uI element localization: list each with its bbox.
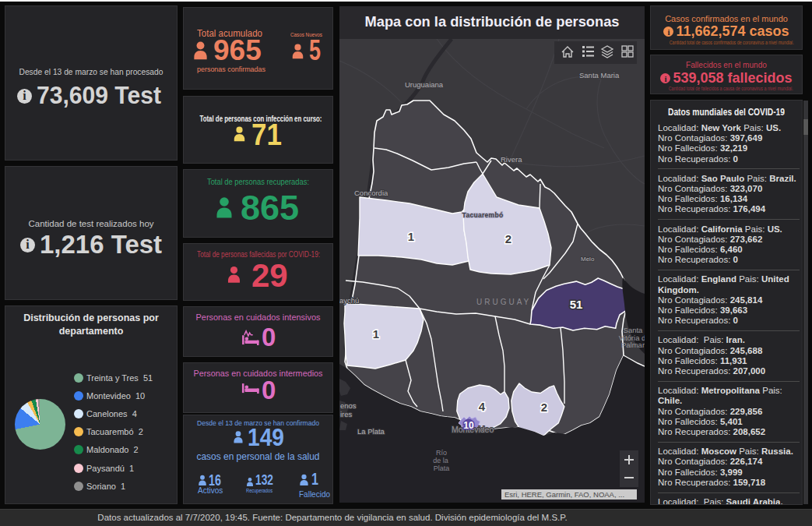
svg-text:Plata: Plata bbox=[434, 464, 450, 472]
svg-text:enos: enos bbox=[340, 401, 357, 410]
svg-text:Tacuarembó: Tacuarembó bbox=[462, 211, 504, 219]
svg-text:2: 2 bbox=[541, 401, 547, 414]
svg-text:de la: de la bbox=[433, 457, 448, 464]
svg-text:51: 51 bbox=[570, 298, 583, 311]
svg-text:Palmar: Palmar bbox=[621, 341, 645, 349]
svg-text:4: 4 bbox=[479, 400, 486, 413]
svg-text:2: 2 bbox=[505, 232, 511, 245]
svg-text:1: 1 bbox=[373, 327, 379, 341]
svg-text:1: 1 bbox=[408, 230, 414, 243]
svg-text:aychú: aychú bbox=[339, 296, 359, 305]
svg-text:Melo: Melo bbox=[581, 256, 595, 263]
svg-text:La Plata: La Plata bbox=[357, 427, 385, 436]
svg-text:ires: ires bbox=[340, 410, 353, 418]
svg-text:URUGUAY: URUGUAY bbox=[476, 298, 531, 306]
svg-text:10: 10 bbox=[463, 420, 474, 431]
svg-text:Santa Maria: Santa Maria bbox=[579, 71, 620, 79]
svg-text:Esri, HERE, Garmin, FAO, NOAA,: Esri, HERE, Garmin, FAO, NOAA, ... bbox=[504, 490, 624, 499]
svg-text:Río: Río bbox=[436, 449, 447, 457]
svg-text:Uruguaiana: Uruguaiana bbox=[405, 80, 444, 89]
svg-text:Rivera: Rivera bbox=[501, 155, 522, 164]
svg-text:Concordia: Concordia bbox=[354, 189, 388, 197]
